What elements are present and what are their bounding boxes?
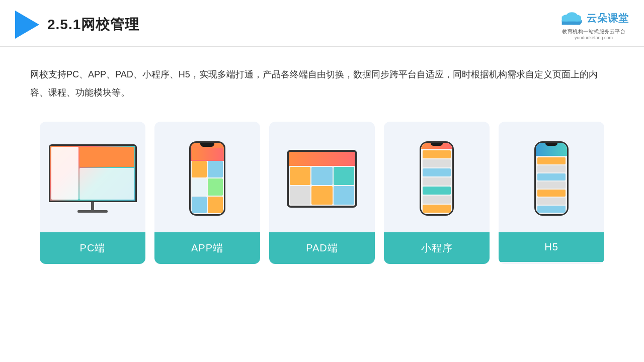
brand-name: 云朵课堂 — [587, 12, 629, 25]
pc-screen-content — [50, 146, 135, 201]
tablet-cell-1 — [290, 167, 310, 186]
pc-device-mockup — [47, 144, 138, 213]
phone-screen — [191, 143, 224, 214]
card-pc: PC端 — [40, 122, 145, 264]
h5-phone-mockup — [534, 141, 569, 216]
pc-base — [77, 210, 108, 213]
h5-row-1 — [537, 157, 566, 164]
h5-notch — [545, 143, 557, 146]
brand-tagline: 教育机构一站式服务云平台 — [562, 28, 625, 35]
mini-row-7 — [423, 205, 451, 213]
card-pad-image — [269, 122, 375, 232]
card-miniprogram-label: 小程序 — [384, 232, 490, 264]
cloud-icon — [558, 9, 584, 27]
tablet-cell-5 — [311, 186, 332, 205]
tablet-header — [289, 152, 355, 166]
mini-row-5 — [423, 187, 451, 195]
mini-row-1 — [423, 150, 451, 158]
phone-grid — [192, 161, 223, 213]
tablet-cell-4 — [290, 186, 310, 205]
tablet-screen — [289, 152, 355, 206]
card-app: APP端 — [154, 122, 260, 264]
mini-row-2 — [423, 159, 451, 167]
card-app-image — [154, 122, 260, 232]
mini-body — [421, 149, 452, 214]
phone-notch — [200, 143, 214, 147]
card-pc-image — [40, 122, 145, 232]
mini-row-6 — [423, 196, 451, 204]
card-h5: H5 — [499, 122, 604, 264]
h5-row-4 — [537, 182, 566, 189]
phone-grid-2 — [208, 161, 223, 177]
card-app-label: APP端 — [154, 232, 260, 264]
h5-body — [536, 156, 567, 214]
cloud-logo-container: 云朵课堂 — [558, 9, 629, 27]
tablet-body — [289, 166, 355, 206]
card-miniprogram: 小程序 — [384, 122, 490, 264]
phone-grid-3 — [192, 178, 207, 195]
phone-grid-6 — [208, 197, 223, 213]
logo-icon — [15, 11, 39, 39]
phone-content — [191, 147, 224, 214]
tablet-cell-6 — [334, 186, 354, 205]
brand-logo: 云朵课堂 教育机构一站式服务云平台 yunduoketang.com — [558, 9, 629, 40]
pc-content — [79, 147, 134, 200]
brand-url: yunduoketang.com — [575, 35, 613, 40]
phone-header — [192, 148, 223, 160]
tablet-cell-2 — [311, 167, 332, 186]
description-text: 网校支持PC、APP、PAD、小程序、H5，实现多端打通，产品各终端自由切换，数… — [0, 47, 644, 112]
phone-grid-5 — [192, 197, 207, 213]
header: 2.5.1网校管理 云朵课堂 教育机构一站式服务云平台 yunduoketang… — [0, 0, 644, 47]
h5-screen — [536, 143, 567, 214]
header-left: 2.5.1网校管理 — [15, 11, 139, 39]
mini-screen — [421, 143, 452, 214]
tablet-content — [289, 152, 355, 206]
mini-row-4 — [423, 177, 451, 186]
phone-grid-4 — [208, 178, 223, 195]
mini-row-3 — [423, 168, 451, 176]
mini-notch — [431, 143, 443, 146]
phone-grid-1 — [192, 161, 207, 177]
card-miniprogram-image — [384, 122, 490, 232]
pc-sidebar — [51, 147, 78, 200]
svg-rect-7 — [562, 17, 581, 22]
mini-phone-mockup — [420, 141, 454, 216]
pc-top-banner — [79, 147, 134, 167]
card-pad: PAD端 — [269, 122, 375, 264]
cards-container: PC端 — [0, 117, 644, 274]
page-title: 2.5.1网校管理 — [47, 15, 139, 34]
h5-row-5 — [537, 190, 566, 197]
pc-stand — [91, 202, 94, 210]
h5-row-7 — [537, 206, 566, 213]
card-pc-label: PC端 — [40, 232, 145, 264]
h5-row-2 — [537, 165, 566, 172]
card-h5-label: H5 — [499, 232, 604, 262]
pc-bottom-content — [79, 168, 134, 200]
tablet-cell-3 — [334, 167, 354, 186]
card-h5-image — [499, 122, 604, 232]
pad-tablet-mockup — [287, 150, 357, 208]
h5-row-3 — [537, 173, 566, 180]
card-pad-label: PAD端 — [269, 232, 375, 264]
pc-screen — [49, 144, 137, 202]
h5-row-6 — [537, 198, 566, 205]
app-phone-mockup — [189, 141, 225, 216]
